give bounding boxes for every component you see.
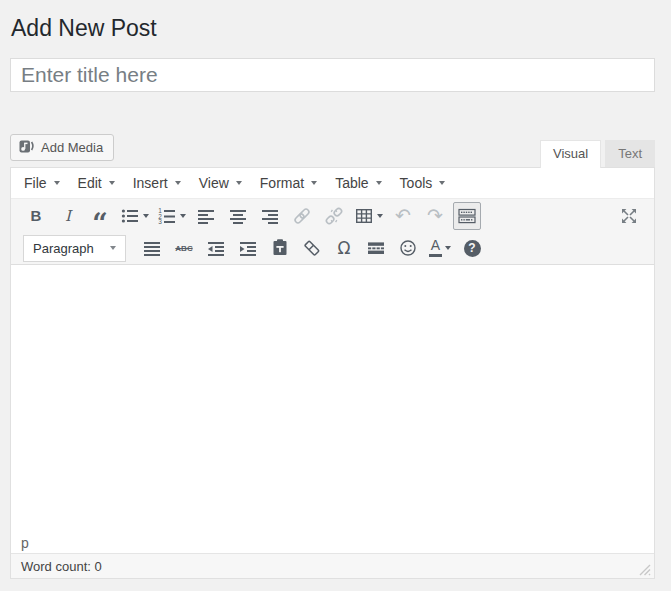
read-more-button[interactable]: [362, 234, 390, 262]
post-status-info: Word count: 0: [11, 553, 654, 578]
menu-format-label: Format: [260, 175, 304, 191]
editor-status-bar: p: [11, 532, 654, 553]
post-title-input[interactable]: [10, 58, 655, 92]
resize-grip-icon[interactable]: [636, 561, 651, 576]
chevron-down-icon: [311, 181, 317, 185]
chevron-down-icon: [175, 181, 181, 185]
omega-icon: Ω: [338, 238, 351, 258]
editor-mode-tabs: Visual Text: [540, 140, 655, 167]
menu-table-label: Table: [335, 175, 368, 191]
format-select-value: Paragraph: [33, 241, 94, 256]
undo-button[interactable]: ↶: [389, 202, 417, 230]
table-icon: [354, 206, 374, 226]
menu-view-label: View: [199, 175, 229, 191]
chevron-down-icon: [110, 246, 116, 250]
menu-insert-label: Insert: [133, 175, 168, 191]
chevron-down-icon: [109, 181, 115, 185]
menu-file-label: File: [24, 175, 47, 191]
distraction-free-button[interactable]: [615, 202, 643, 230]
menu-view[interactable]: View: [190, 170, 251, 196]
tab-text[interactable]: Text: [605, 140, 655, 167]
read-more-icon: [366, 238, 386, 258]
eraser-icon: [302, 238, 322, 258]
chevron-down-icon: [376, 181, 382, 185]
blockquote-button[interactable]: “: [86, 202, 114, 230]
align-justify-icon: [142, 238, 162, 258]
help-icon: ?: [464, 240, 481, 257]
redo-button[interactable]: ↷: [421, 202, 449, 230]
fullscreen-expand-icon: [619, 206, 639, 226]
paste-as-text-button[interactable]: [266, 234, 294, 262]
align-center-icon: [228, 206, 248, 226]
italic-icon: I: [65, 207, 71, 225]
redo-icon: ↷: [427, 206, 443, 225]
element-path[interactable]: p: [21, 535, 29, 551]
menu-format[interactable]: Format: [251, 170, 326, 196]
chevron-down-icon: [445, 246, 451, 250]
chevron-down-icon: [439, 181, 445, 185]
editor-menu-bar: File Edit Insert View Format Table: [11, 168, 654, 199]
menu-table[interactable]: Table: [326, 170, 390, 196]
italic-button[interactable]: I: [54, 202, 82, 230]
align-left-button[interactable]: [192, 202, 220, 230]
word-count-label: Word count: 0: [21, 559, 102, 574]
align-right-button[interactable]: [256, 202, 284, 230]
menu-file[interactable]: File: [15, 170, 69, 196]
bulleted-list-icon: [120, 206, 140, 226]
numbered-list-icon: 1 2 3: [157, 206, 177, 226]
editor-header-row: Add Media Visual Text: [10, 134, 655, 167]
menu-edit[interactable]: Edit: [69, 170, 124, 196]
special-character-button[interactable]: Ω: [330, 234, 358, 262]
clear-formatting-button[interactable]: [298, 234, 326, 262]
emoticons-button[interactable]: [394, 234, 422, 262]
chevron-down-icon: [377, 214, 383, 218]
text-color-icon: A: [429, 239, 442, 257]
table-button[interactable]: [352, 202, 385, 230]
chevron-down-icon: [143, 214, 149, 218]
align-left-icon: [196, 206, 216, 226]
insert-link-button[interactable]: [288, 202, 316, 230]
text-color-button[interactable]: A: [426, 234, 454, 262]
bold-icon: B: [31, 207, 42, 224]
tab-visual[interactable]: Visual: [540, 140, 601, 168]
visual-editor: File Edit Insert View Format Table: [10, 167, 655, 579]
indent-button[interactable]: [234, 234, 262, 262]
keyboard-icon: [457, 206, 477, 226]
add-media-label: Add Media: [41, 140, 103, 155]
numbered-list-button[interactable]: 1 2 3: [155, 202, 188, 230]
help-button[interactable]: ?: [458, 234, 486, 262]
chevron-down-icon: [180, 214, 186, 218]
page-title: Add New Post: [10, 0, 655, 42]
menu-insert[interactable]: Insert: [124, 170, 190, 196]
remove-link-button[interactable]: [320, 202, 348, 230]
smiley-icon: [398, 238, 418, 258]
unlink-icon: [324, 206, 344, 226]
paragraph-format-select[interactable]: Paragraph: [23, 235, 126, 262]
strikethrough-icon: ABC: [175, 244, 192, 253]
toolbar-toggle-button[interactable]: [453, 202, 481, 230]
add-new-post-page: Add New Post Add Media Visual Text Fil: [10, 0, 655, 579]
justify-button[interactable]: [138, 234, 166, 262]
chevron-down-icon: [54, 181, 60, 185]
bold-button[interactable]: B: [22, 202, 50, 230]
align-right-icon: [260, 206, 280, 226]
align-center-button[interactable]: [224, 202, 252, 230]
chevron-down-icon: [236, 181, 242, 185]
menu-tools[interactable]: Tools: [391, 170, 455, 196]
clipboard-text-icon: [270, 238, 290, 258]
indent-icon: [238, 238, 258, 258]
menu-tools-label: Tools: [400, 175, 433, 191]
strikethrough-button[interactable]: ABC: [170, 234, 198, 262]
add-media-button[interactable]: Add Media: [10, 134, 114, 161]
outdent-icon: [206, 238, 226, 258]
toolbar-row-1: B I “ 1: [11, 199, 654, 232]
undo-icon: ↶: [395, 206, 411, 225]
outdent-button[interactable]: [202, 234, 230, 262]
menu-edit-label: Edit: [78, 175, 102, 191]
editor-content-area[interactable]: [11, 265, 654, 532]
link-icon: [292, 206, 312, 226]
bulleted-list-button[interactable]: [118, 202, 151, 230]
svg-text:3: 3: [158, 218, 162, 225]
media-icon: [19, 140, 34, 156]
